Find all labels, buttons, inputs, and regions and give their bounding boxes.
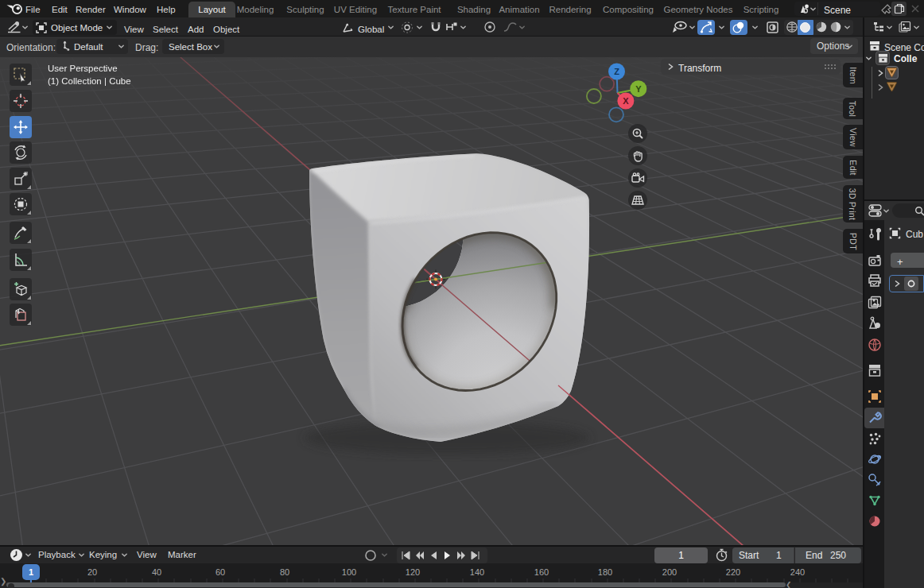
svg-text:Z: Z: [614, 67, 619, 76]
svg-text:X: X: [623, 96, 629, 106]
svg-text:Y: Y: [635, 84, 642, 94]
